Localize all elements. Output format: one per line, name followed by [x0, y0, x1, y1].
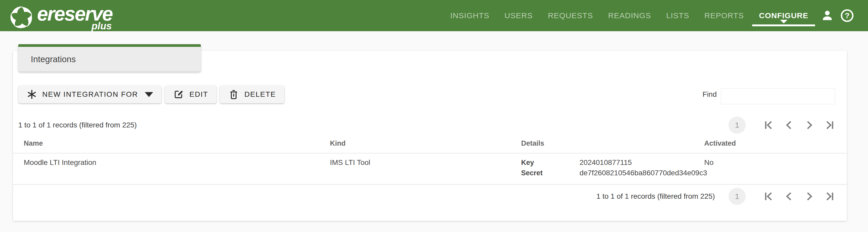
pagination-bottom: 1	[728, 188, 836, 205]
new-integration-button[interactable]: NEW INTEGRATION FOR	[18, 85, 161, 103]
first-page-icon	[763, 119, 775, 131]
main-content: Integrations NEW INTEGRATION FOR	[0, 31, 868, 232]
column-header-kind: Kind	[330, 140, 521, 148]
page-number-button[interactable]: 1	[728, 188, 746, 205]
first-page-button[interactable]	[763, 119, 775, 131]
last-page-icon	[824, 119, 836, 131]
brand-suffix: plus	[92, 21, 112, 31]
records-summary-row-top: 1 to 1 of 1 records (filtered from 225) …	[18, 116, 836, 134]
column-header-name: Name	[24, 140, 330, 148]
dropdown-caret-icon	[145, 92, 153, 97]
nav-item-configure[interactable]: CONFIGURE	[751, 0, 816, 31]
nav-item-lists[interactable]: LISTS	[658, 0, 696, 31]
previous-page-icon	[783, 119, 795, 131]
records-summary-bottom: 1 to 1 of 1 records (filtered from 225)	[596, 192, 715, 200]
edit-icon	[173, 89, 184, 100]
column-header-details: Details	[521, 140, 704, 148]
nav-item-reports[interactable]: REPORTS	[697, 0, 751, 31]
column-header-activated: Activated	[704, 140, 847, 148]
integrations-panel: NEW INTEGRATION FOR EDIT	[13, 51, 847, 221]
pagination-top: 1	[728, 117, 836, 134]
next-page-button[interactable]	[803, 190, 815, 203]
last-page-button[interactable]	[824, 119, 836, 131]
nav-item-users[interactable]: USERS	[497, 0, 540, 31]
last-page-icon	[824, 190, 836, 202]
user-icon	[820, 9, 834, 23]
detail-key-value: 2024010877115	[580, 157, 707, 168]
app-header: ereserve plus INSIGHTS USERS REQUESTS RE…	[0, 0, 868, 31]
next-page-icon	[803, 190, 815, 202]
previous-page-button[interactable]	[783, 190, 795, 203]
table-header-row: Name Kind Details Activated	[13, 134, 847, 153]
last-page-button[interactable]	[824, 190, 836, 203]
find-group: Find	[703, 84, 835, 104]
main-nav: INSIGHTS USERS REQUESTS READINGS LISTS R…	[443, 0, 856, 31]
detail-key-label: Key	[521, 157, 580, 168]
help-button[interactable]: ?	[839, 0, 856, 31]
chevron-down-icon	[780, 20, 787, 24]
help-icon: ?	[840, 9, 854, 23]
user-account-button[interactable]	[819, 0, 836, 31]
previous-page-button[interactable]	[783, 119, 795, 131]
nav-item-readings[interactable]: READINGS	[600, 0, 658, 31]
delete-button[interactable]: DELETE	[220, 85, 284, 103]
nav-item-requests[interactable]: REQUESTS	[540, 0, 600, 31]
cell-activated: No	[704, 157, 847, 178]
page-number-button[interactable]: 1	[728, 117, 746, 134]
brand-swirl-icon	[10, 6, 32, 29]
next-page-icon	[803, 119, 815, 131]
previous-page-icon	[783, 190, 795, 202]
svg-text:?: ?	[845, 11, 850, 20]
trash-icon	[228, 89, 239, 100]
first-page-icon	[763, 190, 775, 202]
first-page-button[interactable]	[763, 190, 775, 203]
page-title: Integrations	[31, 54, 75, 64]
edit-button[interactable]: EDIT	[165, 85, 216, 103]
find-label: Find	[703, 90, 717, 99]
records-summary-row-bottom: 1 to 1 of 1 records (filtered from 225) …	[596, 187, 836, 206]
brand-logo[interactable]: ereserve plus	[10, 2, 113, 29]
detail-secret-value: de7f2608210546ba860770ded34e09c3	[580, 168, 707, 178]
find-input[interactable]	[721, 88, 835, 104]
cell-kind: IMS LTI Tool	[330, 157, 521, 178]
cell-name: Moodle LTI Integration	[24, 157, 330, 178]
cell-details: Key 2024010877115 Secret de7f2608210546b…	[521, 157, 704, 178]
tab-integrations[interactable]: Integrations	[18, 44, 201, 72]
integrations-table: Name Kind Details Activated Moodle LTI I…	[13, 134, 847, 185]
records-summary-top: 1 to 1 of 1 records (filtered from 225)	[18, 121, 137, 129]
next-page-button[interactable]	[803, 119, 815, 131]
table-row[interactable]: Moodle LTI Integration IMS LTI Tool Key …	[13, 153, 847, 185]
toolbar: NEW INTEGRATION FOR EDIT	[18, 85, 835, 103]
nav-item-insights[interactable]: INSIGHTS	[443, 0, 497, 31]
asterisk-icon	[27, 89, 37, 100]
detail-secret-label: Secret	[521, 168, 580, 178]
